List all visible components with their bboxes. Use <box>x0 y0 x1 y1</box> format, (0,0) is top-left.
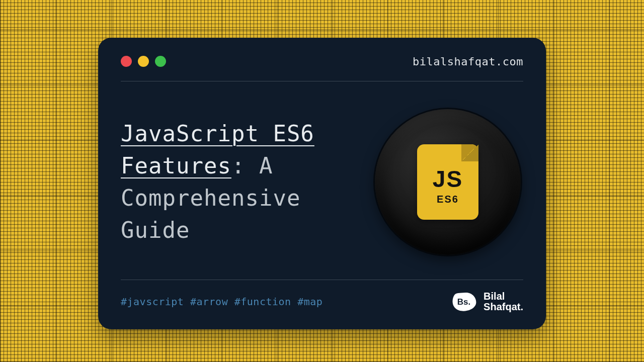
brand-logo[interactable]: Bs. Bilal Shafqat. <box>450 291 523 312</box>
close-icon[interactable] <box>121 56 132 67</box>
brand-text: Bilal Shafqat. <box>484 291 523 312</box>
footer-row: #javscript #arrow #function #map Bs. Bil… <box>121 289 523 314</box>
page-title: JavaScript ES6 Features: A Comprehensive… <box>121 118 357 246</box>
window-topbar: bilalshafqat.com <box>121 53 523 70</box>
js-file-icon: JS ES6 <box>417 144 478 220</box>
hero-graphic: JS ES6 <box>372 107 523 257</box>
brand-line1: Bilal <box>484 291 523 302</box>
brand-line2: Shafqat. <box>484 302 523 312</box>
js-label-big: JS <box>433 165 463 193</box>
divider-top <box>121 81 523 81</box>
hero-card: bilalshafqat.com JavaScript ES6 Features… <box>98 38 546 329</box>
site-domain[interactable]: bilalshafqat.com <box>413 55 523 68</box>
disc-icon: JS ES6 <box>375 109 521 255</box>
traffic-lights <box>121 56 166 67</box>
content-row: JavaScript ES6 Features: A Comprehensive… <box>121 96 523 268</box>
brand-blob-icon: Bs. <box>450 291 477 312</box>
divider-bottom <box>121 280 523 280</box>
brand-blob-initials: Bs. <box>457 297 470 307</box>
js-label-small: ES6 <box>437 194 459 205</box>
title-underlined: JavaScript ES6 Features <box>121 121 314 178</box>
file-fold-icon <box>461 144 478 161</box>
hashtags[interactable]: #javscript #arrow #function #map <box>121 296 323 308</box>
minimize-icon[interactable] <box>138 56 149 67</box>
maximize-icon[interactable] <box>155 56 166 67</box>
